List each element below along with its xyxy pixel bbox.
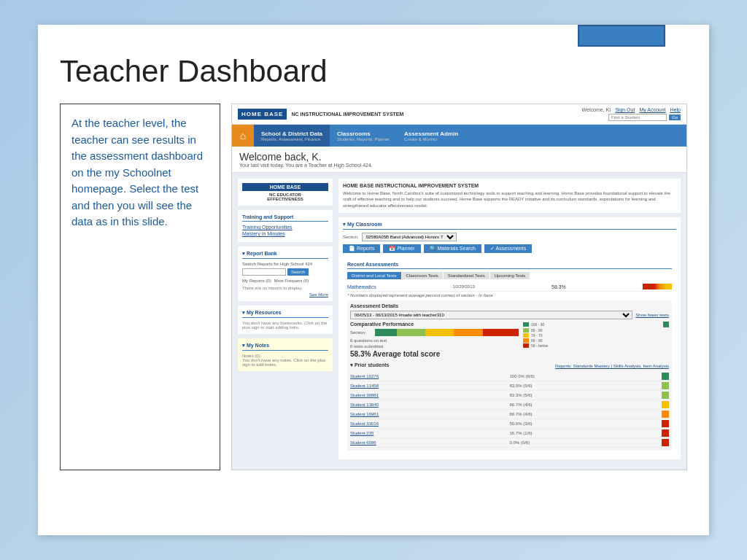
student-name[interactable]: Student 36881 bbox=[350, 393, 409, 397]
student-bar bbox=[662, 439, 669, 446]
notes-section: ▾ My Notes Notes (0) You don't have any … bbox=[238, 338, 333, 371]
legend-label-2: 89 - 80 bbox=[531, 328, 543, 332]
student-bar bbox=[662, 373, 669, 380]
no-reports-text: There are no reports to display. bbox=[242, 286, 328, 290]
report-tabs: My Reports (0) Most Frequent (0) bbox=[242, 279, 328, 283]
my-account-link[interactable]: My Account bbox=[639, 107, 665, 112]
assess-date: 10/29/2013 bbox=[453, 284, 475, 289]
legend-item-5: 59 - below bbox=[523, 343, 669, 348]
resources-title: ▾ My Resources bbox=[242, 310, 328, 318]
legend-color-2 bbox=[523, 328, 529, 332]
student-name[interactable]: Student 6096 bbox=[350, 440, 409, 445]
assess-score: 58.3% bbox=[551, 284, 566, 289]
legend-color-1 bbox=[523, 322, 529, 327]
score-bar bbox=[643, 284, 672, 289]
info-box-text: Welcome to Home Base, North Carolina's s… bbox=[343, 190, 676, 209]
reports-link[interactable]: Reports: Standards Mastery | Skills Anal… bbox=[555, 364, 669, 368]
prior-students: ▾ Prior students Reports: Standards Mast… bbox=[350, 362, 669, 448]
nav-item-assessment-admin[interactable]: Assessment Admin Create & Monitor bbox=[397, 125, 465, 147]
text-box: At the teacher level, the teacher can se… bbox=[60, 104, 220, 470]
bar-segment-light-green bbox=[397, 329, 425, 336]
legend-color-4 bbox=[523, 338, 529, 343]
welcome-text: Welcome, KI bbox=[582, 107, 611, 112]
table-row: Student 235 16.7% (1/6) bbox=[350, 429, 669, 438]
stat-avg: 58.3% Average total score bbox=[350, 350, 519, 358]
show-fewer-link[interactable]: Show fewer tests bbox=[635, 313, 669, 317]
report-tab-frequent[interactable]: Most Frequent (0) bbox=[274, 279, 309, 283]
go-button[interactable]: Go bbox=[669, 114, 681, 120]
report-bank-title: ▾ Report Bank bbox=[242, 251, 328, 259]
find-student-input[interactable] bbox=[608, 114, 667, 121]
resources-section: ▾ My Resources You don't have any bookma… bbox=[238, 306, 333, 334]
blue-tab bbox=[578, 25, 665, 47]
bar-segment-orange bbox=[454, 329, 482, 336]
legend-item-4: 69 - 60 bbox=[523, 338, 669, 343]
table-row: Student 16961 66.7% (4/6) bbox=[350, 410, 669, 419]
legend-label-1: 100 - 90 bbox=[531, 322, 544, 327]
classroom-title: ▾ My Classroom bbox=[343, 222, 676, 230]
training-link1[interactable]: Training Opportunities bbox=[242, 225, 328, 230]
assess-tabs: District and Local Tests Classroom Tests… bbox=[347, 272, 672, 279]
perf-bar-inner bbox=[375, 329, 519, 336]
main-content: HOME BASE NC EDUCATOR EFFECTIVENESS Trai… bbox=[232, 173, 686, 470]
legend-item-1: 100 - 90 bbox=[523, 322, 669, 327]
assessment-row: Mathematics 10/29/2013 58.3% bbox=[347, 282, 672, 292]
section-select[interactable]: 02580A05B Band (Advanced) Honors 7 bbox=[362, 233, 457, 241]
student-name[interactable]: Student 11458 bbox=[350, 384, 409, 388]
details-title: Assessment Details bbox=[350, 303, 669, 308]
student-bar bbox=[662, 382, 669, 389]
student-name[interactable]: Student 16276 bbox=[350, 374, 409, 378]
student-name[interactable]: Student 235 bbox=[350, 431, 409, 435]
student-name[interactable]: Student 16961 bbox=[350, 412, 409, 416]
student-score: 66.7% (4/6) bbox=[510, 412, 561, 416]
assess-details: Assessment Details 06/05/13 - 06/13/2015… bbox=[347, 300, 672, 451]
details-row: 06/05/13 - 06/13/2015 #made with teacher… bbox=[350, 311, 669, 319]
sign-out-link[interactable]: Sign Out bbox=[615, 107, 635, 112]
student-bar bbox=[662, 392, 669, 399]
assess-tab-district[interactable]: District and Local Tests bbox=[347, 272, 401, 279]
section-row: Section: 02580A05B Band (Advanced) Honor… bbox=[343, 233, 676, 241]
welcome-greeting: Welcome back, K. bbox=[239, 151, 679, 163]
tab-planner[interactable]: 📅 Planner bbox=[383, 244, 420, 253]
report-tab-my[interactable]: My Reports (0) bbox=[242, 279, 271, 283]
assess-tab-upcoming[interactable]: Upcoming Tests bbox=[490, 272, 530, 279]
student-bar bbox=[662, 429, 669, 437]
report-bank-label: Search Reports for High School 424 bbox=[242, 262, 328, 266]
legend: 100 - 90 89 - 80 bbox=[523, 322, 669, 348]
see-more-link[interactable]: See More bbox=[242, 292, 328, 297]
help-link[interactable]: Help bbox=[670, 107, 681, 112]
assess-tab-standardized[interactable]: Standardized Tests bbox=[444, 272, 489, 279]
sidebar: HOME BASE NC EDUCATOR EFFECTIVENESS Trai… bbox=[238, 179, 333, 464]
nav-item-school-district[interactable]: School & District Data Reports, Assessme… bbox=[254, 125, 330, 147]
assessments-title: Recent Assessments bbox=[347, 262, 672, 269]
assess-tab-classroom[interactable]: Classroom Tests bbox=[402, 272, 443, 279]
comparative-performance: Comparative Performance Section: bbox=[350, 322, 669, 359]
training-link2[interactable]: Mastery in Minutes bbox=[242, 231, 328, 236]
report-search-input[interactable] bbox=[242, 268, 286, 276]
report-search-button[interactable]: Search bbox=[287, 268, 309, 276]
educator-sub2: EFFECTIVENESS bbox=[242, 197, 328, 201]
student-score: 83.0% (5/6) bbox=[510, 384, 561, 388]
report-bank: ▾ Report Bank Search Reports for High Sc… bbox=[238, 246, 333, 301]
educator-box: HOME BASE NC EDUCATOR EFFECTIVENESS bbox=[238, 179, 333, 206]
student-name[interactable]: Student 13640 bbox=[350, 402, 409, 407]
student-score: 100.0% (6/6) bbox=[510, 374, 561, 378]
tab-materials-search[interactable]: 🔍 Materials Search bbox=[424, 244, 481, 253]
students-list: Student 16276 100.0% (6/6) Student 11458… bbox=[350, 372, 669, 448]
student-name[interactable]: Student 33016 bbox=[350, 421, 409, 426]
section-bar: Section: bbox=[350, 329, 519, 336]
top-bar: HOME BASE NC INSTRUCTIONAL IMPROVEMENT S… bbox=[232, 104, 686, 125]
legend-color-3 bbox=[523, 333, 529, 338]
assess-name: Mathematics bbox=[347, 284, 376, 289]
tab-reports[interactable]: 📄 Reports bbox=[343, 244, 380, 253]
student-score: 0.0% (0/6) bbox=[510, 440, 561, 445]
info-box-title: HOME BASE INSTRUCTIONAL IMPROVEMENT SYST… bbox=[343, 183, 676, 188]
slide-title: Teacher Dashboard bbox=[60, 54, 687, 89]
training-section: Training and Support Training Opportunit… bbox=[238, 210, 333, 242]
classroom-tabs: 📄 Reports 📅 Planner 🔍 Materials Search ✓… bbox=[343, 244, 676, 253]
stat-questions: 6 questions on test bbox=[350, 338, 519, 343]
nav-item-classrooms[interactable]: Classrooms Students, Reports, Planner bbox=[330, 125, 397, 147]
tab-assessments[interactable]: ✓ Assessments bbox=[484, 244, 532, 253]
bar-segment-yellow bbox=[425, 329, 454, 336]
details-select[interactable]: 06/05/13 - 06/13/2015 #made with teacher… bbox=[350, 311, 632, 319]
